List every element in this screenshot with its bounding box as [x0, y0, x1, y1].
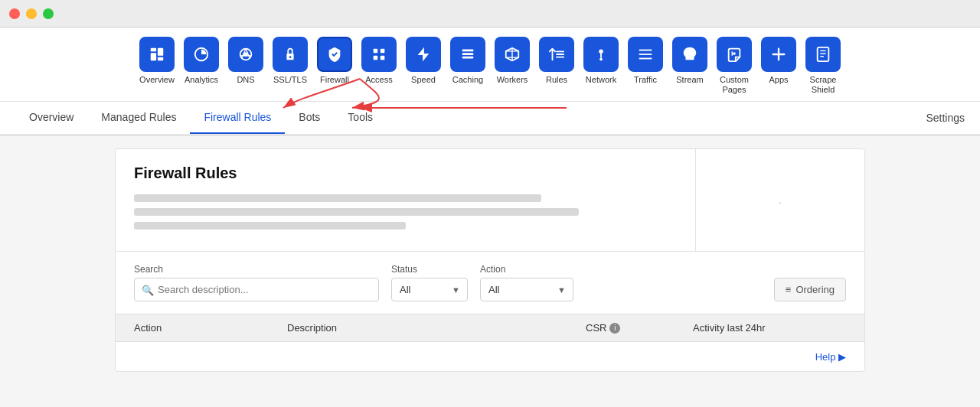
scrapeshield-icon [805, 37, 841, 72]
sub-nav-items: Overview Managed Rules Firewall Rules Bo… [15, 102, 387, 134]
nav-item-network[interactable]: Network [583, 37, 619, 95]
sub-nav-bots[interactable]: Bots [285, 102, 334, 134]
nav-item-rules[interactable]: Rules [539, 37, 574, 95]
action-select[interactable]: All Block Challenge Allow JS Challenge B… [480, 278, 573, 301]
top-nav: Overview Analytics DNS SSL/TLS [0, 28, 980, 102]
nav-item-overview[interactable]: Overview [139, 37, 175, 95]
nav-label-network: Network [586, 75, 616, 85]
svg-rect-12 [374, 49, 378, 53]
analytics-icon [184, 37, 219, 72]
help-link[interactable]: Help ▶ [815, 351, 846, 363]
window-chrome [0, 0, 980, 28]
search-input[interactable] [134, 278, 379, 301]
nav-label-ssl: SSL/TLS [273, 75, 307, 85]
nav-label-workers: Workers [497, 75, 528, 85]
sub-nav-managed-rules[interactable]: Managed Rules [87, 102, 190, 134]
maximize-button[interactable] [43, 8, 54, 19]
status-select-wrap: All Active Paused ▼ [391, 278, 468, 301]
nav-label-scrapeshield: ScrapeShield [810, 75, 837, 95]
nav-item-ssl[interactable]: SSL/TLS [273, 37, 308, 95]
ssl-icon [273, 37, 308, 72]
table-header: Action Description CSR i Activity last 2… [116, 314, 864, 341]
svg-rect-15 [381, 56, 385, 60]
help-bar: Help ▶ [116, 341, 864, 371]
custompages-icon [717, 37, 752, 72]
dns-icon [228, 37, 263, 72]
panel-title: Firewall Rules [134, 164, 677, 182]
network-icon [583, 37, 619, 72]
nav-item-stream[interactable]: Stream [672, 37, 707, 95]
skeleton-3 [134, 222, 406, 230]
icon-nav: Overview Analytics DNS SSL/TLS [139, 37, 841, 95]
sub-nav-firewall-rules[interactable]: Firewall Rules [190, 102, 285, 134]
access-icon [361, 37, 397, 72]
svg-rect-19 [462, 57, 474, 59]
nav-item-workers[interactable]: Workers [495, 37, 530, 95]
minimize-button[interactable] [26, 8, 37, 19]
action-label: Action [480, 264, 573, 275]
svg-rect-3 [158, 57, 163, 61]
rules-icon [539, 37, 574, 72]
svg-point-25 [733, 52, 736, 55]
nav-item-speed[interactable]: Speed [406, 37, 441, 95]
close-button[interactable] [9, 8, 20, 19]
nav-item-traffic[interactable]: Traffic [628, 37, 663, 95]
skeleton-1 [134, 194, 541, 202]
nav-label-stream: Stream [676, 75, 703, 85]
nav-label-firewall: Firewall [320, 75, 349, 85]
status-group: Status All Active Paused ▼ [391, 264, 468, 301]
nav-item-caching[interactable]: Caching [450, 37, 485, 95]
nav-item-firewall[interactable]: Firewall [317, 37, 352, 95]
col-header-action: Action [134, 322, 287, 334]
overview-icon [139, 37, 175, 72]
nav-item-access[interactable]: Access [361, 37, 397, 95]
col-header-description: Description [287, 322, 586, 334]
svg-rect-2 [158, 48, 163, 56]
content-area: Firewall Rules . Search 🔍 [0, 136, 980, 407]
nav-label-rules: Rules [546, 75, 567, 85]
ordering-label: Ordering [795, 284, 835, 295]
col-header-csr: CSR i [586, 322, 693, 334]
speed-icon [406, 37, 441, 72]
col-header-activity: Activity last 24hr [693, 322, 846, 334]
panel-top: Firewall Rules . [116, 149, 864, 251]
ordering-icon: ≡ [786, 284, 792, 295]
csr-info-icon[interactable]: i [609, 323, 620, 334]
sub-nav-tools[interactable]: Tools [334, 102, 387, 134]
search-input-wrap: 🔍 [134, 278, 379, 301]
svg-rect-13 [381, 49, 385, 53]
svg-rect-0 [151, 48, 156, 52]
caching-icon [450, 37, 485, 72]
nav-item-scrapeshield[interactable]: ScrapeShield [805, 37, 841, 95]
traffic-icon [628, 37, 663, 72]
nav-item-analytics[interactable]: Analytics [184, 37, 219, 95]
svg-rect-17 [462, 50, 474, 52]
sub-nav-settings[interactable]: Settings [926, 112, 965, 124]
workers-icon [495, 37, 530, 72]
status-select[interactable]: All Active Paused [391, 278, 468, 301]
nav-item-dns[interactable]: DNS [228, 37, 263, 95]
stream-icon [672, 37, 707, 72]
svg-rect-1 [151, 53, 156, 60]
sub-nav-overview[interactable]: Overview [15, 102, 87, 134]
traffic-lights [9, 8, 54, 19]
nav-label-custompages: CustomPages [720, 75, 749, 95]
nav-item-apps[interactable]: Apps [761, 37, 796, 95]
nav-label-analytics: Analytics [185, 75, 218, 85]
nav-label-dns: DNS [237, 75, 254, 85]
sub-nav: Overview Managed Rules Firewall Rules Bo… [0, 102, 980, 135]
svg-rect-18 [462, 53, 474, 55]
action-group: Action All Block Challenge Allow JS Chal… [480, 264, 573, 301]
status-label: Status [391, 264, 468, 275]
nav-item-custompages[interactable]: CustomPages [717, 37, 752, 95]
nav-label-caching: Caching [452, 75, 483, 85]
nav-label-overview: Overview [139, 75, 175, 85]
svg-point-20 [599, 50, 603, 54]
sub-nav-wrapper: Overview Managed Rules Firewall Rules Bo… [0, 102, 980, 136]
ordering-button[interactable]: ≡ Ordering [774, 278, 846, 301]
action-select-wrap: All Block Challenge Allow JS Challenge B… [480, 278, 573, 301]
search-group: Search 🔍 [134, 264, 379, 301]
apps-icon [761, 37, 796, 72]
nav-label-traffic: Traffic [634, 75, 657, 85]
search-icon: 🔍 [142, 284, 154, 295]
